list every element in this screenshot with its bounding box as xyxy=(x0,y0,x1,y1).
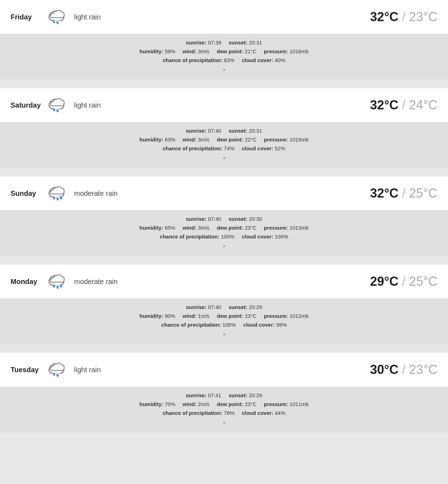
chevron-row[interactable]: ⌃ xyxy=(11,331,437,341)
cloud-cover-value: 44% xyxy=(275,410,285,416)
dew-point-value: 21°C xyxy=(245,48,257,54)
humidity-value: 90% xyxy=(165,313,175,319)
precipitation-cloud-row: chance of precipitation: 78% cloud cover… xyxy=(11,410,437,416)
temp-range: 32°C / 23°C xyxy=(370,10,437,24)
humidity-label: humidity: xyxy=(139,313,163,319)
temp-range: 30°C / 23°C xyxy=(370,362,437,377)
weather-details-row: humidity: 59% wind: 3m/s dew point: 21°C… xyxy=(11,48,437,54)
dew-point-value: 23°C xyxy=(245,401,257,407)
day-header: Saturday light rain 32°C / 24°C xyxy=(0,88,448,122)
pressure-value: 1015mb xyxy=(290,137,309,143)
collapse-chevron[interactable]: ⌃ xyxy=(222,333,226,339)
precipitation-label: chance of precipitation: xyxy=(163,145,222,151)
wind-label: wind: xyxy=(183,225,196,231)
weather-details-row: humidity: 65% wind: 3m/s dew point: 23°C… xyxy=(11,225,437,231)
dew-point-value: 22°C xyxy=(245,137,257,143)
humidity-label: humidity: xyxy=(139,137,163,143)
sunset-value: 20:31 xyxy=(249,128,262,134)
sunset-value: 20:31 xyxy=(249,40,262,46)
precipitation-cloud-row: chance of precipitation: 74% cloud cover… xyxy=(11,145,437,151)
dew-point-label: dew point: xyxy=(217,225,243,231)
sunrise-value: 07:41 xyxy=(208,392,222,398)
weather-details-row: humidity: 90% wind: 1m/s dew point: 23°C… xyxy=(11,313,437,319)
condition-text: moderate rain xyxy=(74,189,370,198)
precipitation-label: chance of precipitation: xyxy=(160,234,219,240)
dew-point-label: dew point: xyxy=(217,137,243,143)
wind-label: wind: xyxy=(183,401,196,407)
humidity-value: 70% xyxy=(165,401,175,407)
svg-point-8 xyxy=(56,21,59,24)
temp-range: 32°C / 24°C xyxy=(370,98,437,113)
day-block: Monday moderate rain 29°C / 25°C xyxy=(0,265,448,353)
sunrise-value: 07:40 xyxy=(208,128,222,134)
sunrise-value: 07:40 xyxy=(208,216,222,222)
wind-value: 1m/s xyxy=(198,313,210,319)
collapse-chevron[interactable]: ⌃ xyxy=(222,68,226,74)
humidity-value: 59% xyxy=(165,48,175,54)
sunrise-sunset-row: sunrise: 07:41 sunset: 20:29 xyxy=(11,392,437,398)
wind-label: wind: xyxy=(183,313,196,319)
collapse-chevron[interactable]: ⌃ xyxy=(222,245,226,251)
sunrise-sunset-row: sunrise: 07:39 sunset: 20:31 xyxy=(11,40,437,46)
pressure-value: 1012mb xyxy=(290,313,309,319)
day-block: Sunday moderate rain 32°C / 25°C xyxy=(0,176,448,265)
chevron-row[interactable]: ⌃ xyxy=(11,154,437,164)
pressure-value: 1011mb xyxy=(290,401,309,407)
humidity-label: humidity: xyxy=(139,401,163,407)
day-block: Saturday light rain 32°C / 24°C xyxy=(0,88,448,176)
sunrise-sunset-row: sunrise: 07:40 sunset: 20:30 xyxy=(11,216,437,222)
pressure-value: 1013mb xyxy=(290,225,309,231)
precipitation-value: 78% xyxy=(224,410,235,416)
wind-value: 3m/s xyxy=(198,48,210,54)
collapse-chevron[interactable]: ⌃ xyxy=(222,157,226,163)
chevron-row[interactable]: ⌃ xyxy=(11,66,437,76)
sunset-label: sunset: xyxy=(229,304,247,310)
precipitation-cloud-row: chance of precipitation: 100% cloud cove… xyxy=(11,322,437,328)
condition-text: light rain xyxy=(74,366,370,374)
cloud-cover-value: 99% xyxy=(276,322,287,328)
humidity-value: 65% xyxy=(165,225,175,231)
chevron-row[interactable]: ⌃ xyxy=(11,242,437,253)
precipitation-value: 83% xyxy=(224,57,235,63)
day-header: Monday moderate rain 29°C / 25°C xyxy=(0,265,448,298)
cloud-cover-label: cloud cover: xyxy=(242,410,273,416)
day-name: Friday xyxy=(11,13,46,21)
dew-point-label: dew point: xyxy=(217,48,243,54)
wind-value: 2m/s xyxy=(198,401,210,407)
sunset-value: 20:29 xyxy=(249,392,262,398)
collapse-chevron[interactable]: ⌃ xyxy=(222,421,226,427)
weather-icon xyxy=(46,95,67,116)
sunrise-label: sunrise: xyxy=(186,128,206,134)
humidity-value: 63% xyxy=(165,137,175,143)
precipitation-value: 100% xyxy=(221,234,234,240)
chevron-row[interactable]: ⌃ xyxy=(11,419,437,429)
sunrise-label: sunrise: xyxy=(186,216,206,222)
day-header: Tuesday light rain 30°C / 23°C xyxy=(0,353,448,387)
cloud-cover-value: 52% xyxy=(275,145,285,151)
pressure-label: pressure: xyxy=(264,313,288,319)
wind-value: 3m/s xyxy=(198,225,210,231)
precipitation-value: 100% xyxy=(222,322,236,328)
precipitation-label: chance of precipitation: xyxy=(163,57,222,63)
sunrise-value: 07:40 xyxy=(208,304,222,310)
day-header: Sunday moderate rain 32°C / 25°C xyxy=(0,176,448,210)
cloud-cover-value: 40% xyxy=(275,57,285,63)
pressure-label: pressure: xyxy=(264,48,288,54)
detail-panel: sunrise: 07:40 sunset: 20:30 humidity: 6… xyxy=(0,210,448,256)
sunrise-value: 07:39 xyxy=(208,40,222,46)
sunrise-label: sunrise: xyxy=(186,304,206,310)
sunrise-label: sunrise: xyxy=(186,40,206,46)
sunset-value: 20:29 xyxy=(249,304,262,310)
cloud-cover-label: cloud cover: xyxy=(242,57,273,63)
sunrise-sunset-row: sunrise: 07:40 sunset: 20:31 xyxy=(11,128,437,134)
day-name: Monday xyxy=(11,278,46,286)
wind-value: 3m/s xyxy=(198,137,210,143)
day-name: Tuesday xyxy=(11,366,46,374)
weather-details-row: humidity: 70% wind: 2m/s dew point: 23°C… xyxy=(11,401,437,407)
precipitation-cloud-row: chance of precipitation: 100% cloud cove… xyxy=(11,234,437,240)
sunrise-label: sunrise: xyxy=(186,392,206,398)
condition-text: moderate rain xyxy=(74,278,370,286)
detail-panel: sunrise: 07:41 sunset: 20:29 humidity: 7… xyxy=(0,387,448,432)
detail-panel: sunrise: 07:39 sunset: 20:31 humidity: 5… xyxy=(0,34,448,80)
dew-point-value: 23°C xyxy=(245,313,257,319)
